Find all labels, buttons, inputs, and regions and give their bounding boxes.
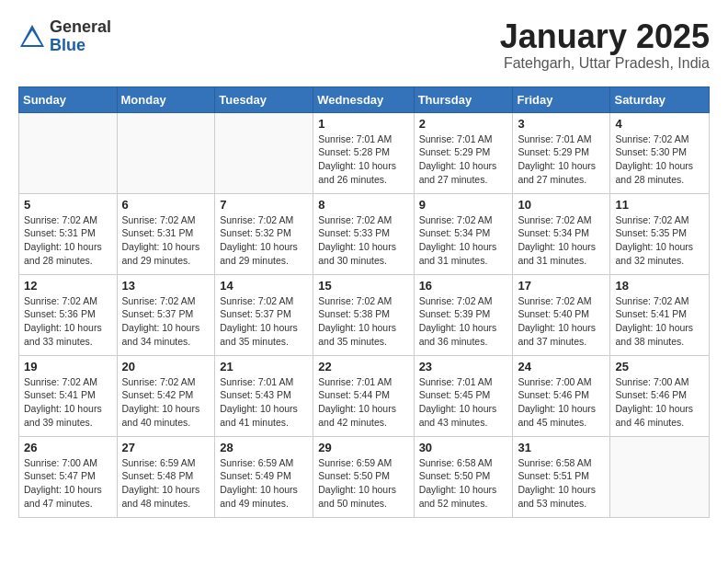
weekday-header: Friday [513,86,610,112]
day-info: Sunrise: 6:59 AM Sunset: 5:48 PM Dayligh… [122,456,210,511]
day-info: Sunrise: 7:02 AM Sunset: 5:41 PM Dayligh… [24,375,112,430]
day-info: Sunrise: 7:02 AM Sunset: 5:42 PM Dayligh… [122,375,210,430]
day-info: Sunrise: 7:00 AM Sunset: 5:47 PM Dayligh… [24,456,112,511]
day-info: Sunrise: 7:02 AM Sunset: 5:30 PM Dayligh… [615,132,704,187]
calendar-cell: 12Sunrise: 7:02 AM Sunset: 5:36 PM Dayli… [19,274,118,355]
logo-icon [18,23,46,51]
day-info: Sunrise: 7:02 AM Sunset: 5:38 PM Dayligh… [318,294,408,349]
weekday-header: Wednesday [313,86,414,112]
day-number: 19 [24,360,112,373]
title-block: January 2025 Fatehgarh, Uttar Pradesh, I… [500,18,710,72]
calendar-cell: 21Sunrise: 7:01 AM Sunset: 5:43 PM Dayli… [215,355,313,436]
calendar-cell: 13Sunrise: 7:02 AM Sunset: 5:37 PM Dayli… [117,274,215,355]
calendar-cell: 27Sunrise: 6:59 AM Sunset: 5:48 PM Dayli… [117,436,215,517]
day-number: 30 [419,441,508,454]
day-number: 27 [122,441,210,454]
day-info: Sunrise: 7:02 AM Sunset: 5:32 PM Dayligh… [220,213,308,268]
day-info: Sunrise: 6:58 AM Sunset: 5:51 PM Dayligh… [518,456,605,511]
calendar-cell: 19Sunrise: 7:02 AM Sunset: 5:41 PM Dayli… [19,355,118,436]
calendar-week-row: 5Sunrise: 7:02 AM Sunset: 5:31 PM Daylig… [19,193,710,274]
day-info: Sunrise: 7:02 AM Sunset: 5:31 PM Dayligh… [24,213,112,268]
day-number: 31 [518,441,605,454]
day-number: 20 [122,360,210,373]
calendar-cell: 15Sunrise: 7:02 AM Sunset: 5:38 PM Dayli… [313,274,414,355]
calendar-cell: 22Sunrise: 7:01 AM Sunset: 5:44 PM Dayli… [313,355,414,436]
weekday-header: Monday [117,86,215,112]
day-number: 2 [419,117,508,131]
calendar-cell: 14Sunrise: 7:02 AM Sunset: 5:37 PM Dayli… [215,274,313,355]
day-number: 5 [24,198,112,212]
day-number: 24 [518,360,605,373]
day-info: Sunrise: 7:01 AM Sunset: 5:28 PM Dayligh… [318,132,408,187]
day-number: 15 [318,279,408,293]
day-info: Sunrise: 7:02 AM Sunset: 5:41 PM Dayligh… [615,294,704,349]
day-number: 13 [122,279,210,293]
day-number: 16 [419,279,508,293]
calendar-table: SundayMondayTuesdayWednesdayThursdayFrid… [18,86,710,518]
day-number: 12 [24,279,112,293]
calendar-cell: 17Sunrise: 7:02 AM Sunset: 5:40 PM Dayli… [513,274,610,355]
day-number: 4 [615,117,704,131]
day-number: 8 [318,198,408,212]
weekday-header: Sunday [19,86,118,112]
calendar-week-row: 26Sunrise: 7:00 AM Sunset: 5:47 PM Dayli… [19,436,710,517]
calendar-cell [117,112,215,193]
day-info: Sunrise: 6:58 AM Sunset: 5:50 PM Dayligh… [419,456,508,511]
day-info: Sunrise: 6:59 AM Sunset: 5:50 PM Dayligh… [318,456,408,511]
calendar-cell: 30Sunrise: 6:58 AM Sunset: 5:50 PM Dayli… [414,436,513,517]
day-info: Sunrise: 6:59 AM Sunset: 5:49 PM Dayligh… [220,456,308,511]
calendar-cell: 8Sunrise: 7:02 AM Sunset: 5:33 PM Daylig… [313,193,414,274]
calendar-cell: 28Sunrise: 6:59 AM Sunset: 5:49 PM Dayli… [215,436,313,517]
day-info: Sunrise: 7:02 AM Sunset: 5:36 PM Dayligh… [24,294,112,349]
weekday-header: Tuesday [215,86,313,112]
calendar-cell: 9Sunrise: 7:02 AM Sunset: 5:34 PM Daylig… [414,193,513,274]
day-number: 3 [518,117,605,131]
calendar-cell: 31Sunrise: 6:58 AM Sunset: 5:51 PM Dayli… [513,436,610,517]
month-title: January 2025 [500,18,710,55]
calendar-cell: 2Sunrise: 7:01 AM Sunset: 5:29 PM Daylig… [414,112,513,193]
day-number: 17 [518,279,605,293]
day-info: Sunrise: 7:00 AM Sunset: 5:46 PM Dayligh… [518,375,605,430]
calendar-week-row: 12Sunrise: 7:02 AM Sunset: 5:36 PM Dayli… [19,274,710,355]
day-info: Sunrise: 7:02 AM Sunset: 5:31 PM Dayligh… [122,213,210,268]
calendar-cell: 23Sunrise: 7:01 AM Sunset: 5:45 PM Dayli… [414,355,513,436]
day-number: 23 [419,360,508,373]
calendar-cell: 18Sunrise: 7:02 AM Sunset: 5:41 PM Dayli… [610,274,710,355]
calendar-cell: 16Sunrise: 7:02 AM Sunset: 5:39 PM Dayli… [414,274,513,355]
calendar-cell [215,112,313,193]
day-number: 7 [220,198,308,212]
calendar-week-row: 19Sunrise: 7:02 AM Sunset: 5:41 PM Dayli… [19,355,710,436]
calendar-cell: 1Sunrise: 7:01 AM Sunset: 5:28 PM Daylig… [313,112,414,193]
day-number: 1 [318,117,408,131]
weekday-header: Thursday [414,86,513,112]
location: Fatehgarh, Uttar Pradesh, India [500,55,710,72]
calendar-cell: 29Sunrise: 6:59 AM Sunset: 5:50 PM Dayli… [313,436,414,517]
calendar-cell: 3Sunrise: 7:01 AM Sunset: 5:29 PM Daylig… [513,112,610,193]
calendar-cell: 10Sunrise: 7:02 AM Sunset: 5:34 PM Dayli… [513,193,610,274]
weekday-header-row: SundayMondayTuesdayWednesdayThursdayFrid… [19,86,710,112]
logo: General Blue [18,18,111,55]
day-number: 18 [615,279,704,293]
calendar-cell [19,112,118,193]
day-number: 11 [615,198,704,212]
page-header: General Blue January 2025 Fatehgarh, Utt… [18,18,710,72]
day-number: 9 [419,198,508,212]
logo-general: General [50,18,111,37]
day-number: 21 [220,360,308,373]
calendar-cell: 6Sunrise: 7:02 AM Sunset: 5:31 PM Daylig… [117,193,215,274]
day-info: Sunrise: 7:01 AM Sunset: 5:43 PM Dayligh… [220,375,308,430]
logo-blue: Blue [50,37,111,55]
logo-text: General Blue [50,18,111,55]
calendar-cell: 26Sunrise: 7:00 AM Sunset: 5:47 PM Dayli… [19,436,118,517]
calendar-cell: 4Sunrise: 7:02 AM Sunset: 5:30 PM Daylig… [610,112,710,193]
calendar-cell: 11Sunrise: 7:02 AM Sunset: 5:35 PM Dayli… [610,193,710,274]
day-info: Sunrise: 7:02 AM Sunset: 5:37 PM Dayligh… [122,294,210,349]
day-number: 29 [318,441,408,454]
day-info: Sunrise: 7:02 AM Sunset: 5:37 PM Dayligh… [220,294,308,349]
calendar-cell: 25Sunrise: 7:00 AM Sunset: 5:46 PM Dayli… [610,355,710,436]
day-info: Sunrise: 7:02 AM Sunset: 5:34 PM Dayligh… [518,213,605,268]
calendar-cell: 5Sunrise: 7:02 AM Sunset: 5:31 PM Daylig… [19,193,118,274]
calendar-cell: 20Sunrise: 7:02 AM Sunset: 5:42 PM Dayli… [117,355,215,436]
calendar-week-row: 1Sunrise: 7:01 AM Sunset: 5:28 PM Daylig… [19,112,710,193]
day-info: Sunrise: 7:01 AM Sunset: 5:29 PM Dayligh… [518,132,605,187]
